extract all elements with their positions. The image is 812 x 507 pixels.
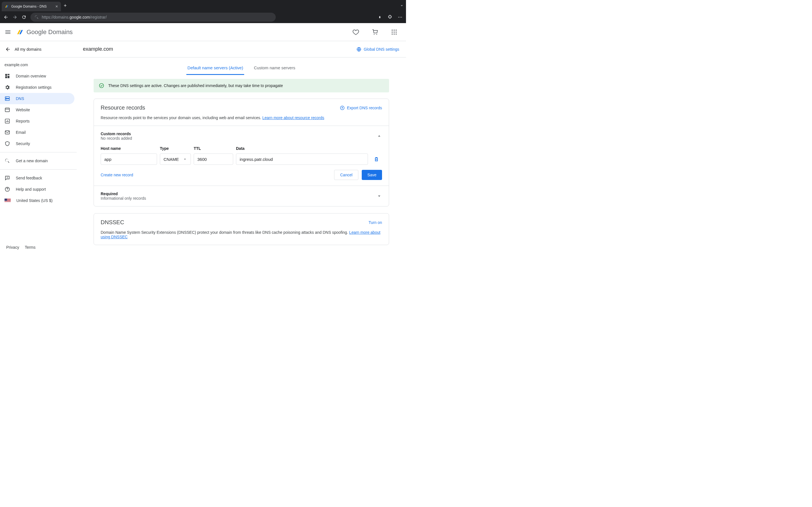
app-header: Google Domains xyxy=(0,23,406,41)
sidebar-get-new-domain[interactable]: Get a new domain xyxy=(0,155,74,166)
sidebar-item-dns[interactable]: DNS xyxy=(0,93,74,104)
tab-default-ns[interactable]: Default name servers (Active) xyxy=(186,63,245,75)
feedback-icon xyxy=(4,175,10,181)
browser-tab[interactable]: Google Domains - DNS ✕ xyxy=(2,2,61,11)
search-icon xyxy=(35,15,39,19)
sidebar-item-security[interactable]: Security xyxy=(0,138,74,149)
col-ttl: TTL xyxy=(194,146,233,151)
resource-records-desc: Resource records point to the services y… xyxy=(101,115,382,120)
sidebar-item-label: Get a new domain xyxy=(16,159,48,163)
gear-icon xyxy=(4,84,10,90)
kebab-icon[interactable] xyxy=(398,15,403,20)
sidebar-item-label: United States (US $) xyxy=(16,198,52,203)
heart-icon[interactable] xyxy=(352,29,359,36)
sidebar-item-label: Security xyxy=(16,142,30,146)
footer-privacy[interactable]: Privacy xyxy=(6,245,19,249)
sidebar-feedback[interactable]: Send feedback xyxy=(0,172,74,184)
global-dns-settings-link[interactable]: Global DNS settings xyxy=(356,47,406,52)
sidebar-item-email[interactable]: Email xyxy=(0,127,74,138)
export-dns-button[interactable]: Export DNS records xyxy=(340,105,382,110)
product-name: Google Domains xyxy=(27,29,73,36)
sidebar-item-label: Email xyxy=(16,130,26,135)
tab-strip: Google Domains - DNS ✕ + xyxy=(0,0,406,11)
sidebar-item-registration[interactable]: Registration settings xyxy=(0,82,74,93)
omnibox[interactable]: https://domains.google.com/registrar/ xyxy=(31,13,276,22)
dnssec-card: DNSSEC Turn on Domain Name System Securi… xyxy=(94,213,389,245)
sidebar-item-website[interactable]: Website xyxy=(0,104,74,115)
sub-header: All my domains example.com Global DNS se… xyxy=(0,41,406,57)
create-record-button[interactable]: Create new record xyxy=(101,173,133,177)
back-icon[interactable] xyxy=(3,15,8,20)
product-logo[interactable]: Google Domains xyxy=(16,28,73,36)
host-input[interactable] xyxy=(101,154,157,165)
sidebar-item-reports[interactable]: Reports xyxy=(0,115,74,127)
sidebar-region[interactable]: United States (US $) xyxy=(0,195,74,206)
dnssec-turn-on-button[interactable]: Turn on xyxy=(368,220,382,225)
svg-rect-16 xyxy=(5,99,10,101)
record-editor: Host name Type TTL Data CNAME xyxy=(101,146,382,180)
download-icon xyxy=(340,105,345,110)
footer-terms[interactable]: Terms xyxy=(25,245,36,249)
check-circle-icon xyxy=(99,83,104,89)
svg-point-13 xyxy=(396,34,397,35)
extensions-icon[interactable] xyxy=(388,15,393,20)
browser-chrome: Google Domains - DNS ✕ + https://domains… xyxy=(0,0,406,23)
dnssec-desc: Domain Name System Security Extensions (… xyxy=(101,230,382,239)
cancel-button[interactable]: Cancel xyxy=(334,170,358,180)
custom-records-header[interactable]: Custom records No records added xyxy=(101,131,382,140)
forward-icon[interactable] xyxy=(12,15,17,20)
learn-resource-records-link[interactable]: Learn more about resource records xyxy=(262,115,324,120)
svg-point-10 xyxy=(396,32,397,33)
ttl-input[interactable] xyxy=(194,154,233,165)
data-input[interactable] xyxy=(236,154,368,165)
svg-point-6 xyxy=(394,30,395,31)
tab-custom-ns[interactable]: Custom name servers xyxy=(253,63,296,75)
main-content: Default name servers (Active) Custom nam… xyxy=(77,57,406,253)
svg-point-18 xyxy=(6,100,6,100)
search-icon xyxy=(4,158,10,164)
dns-icon xyxy=(4,96,10,101)
export-dns-label: Export DNS records xyxy=(347,106,382,110)
svg-point-7 xyxy=(396,30,397,31)
dnssec-title: DNSSEC xyxy=(101,219,124,226)
required-records-header[interactable]: Required Informational only records xyxy=(101,191,382,201)
back-to-domains[interactable]: All my domains xyxy=(0,47,79,52)
chevron-down-icon xyxy=(183,157,187,161)
svg-point-5 xyxy=(392,30,393,31)
type-select[interactable]: CNAME xyxy=(160,154,191,165)
dashboard-icon xyxy=(4,73,10,79)
svg-point-8 xyxy=(392,32,393,33)
svg-rect-19 xyxy=(5,108,10,112)
save-button[interactable]: Save xyxy=(362,170,382,180)
new-tab-button[interactable]: + xyxy=(64,3,67,9)
sidebar-item-overview[interactable]: Domain overview xyxy=(0,70,74,82)
current-domain: example.com xyxy=(83,46,113,52)
tab-favicon xyxy=(4,4,9,9)
svg-rect-15 xyxy=(5,97,10,98)
trash-icon[interactable] xyxy=(373,156,379,162)
sidebar-item-label: Website xyxy=(16,108,30,112)
custom-records-empty: No records added xyxy=(101,136,132,140)
nameserver-tabs: Default name servers (Active) Custom nam… xyxy=(77,63,406,75)
sidebar-domain: example.com xyxy=(0,61,77,70)
svg-point-12 xyxy=(394,34,395,35)
sidebar-item-label: DNS xyxy=(16,96,24,101)
globe-icon xyxy=(356,47,361,52)
apps-grid-icon[interactable] xyxy=(391,29,398,36)
svg-point-0 xyxy=(398,17,399,17)
hamburger-icon[interactable] xyxy=(4,29,11,36)
close-icon[interactable]: ✕ xyxy=(55,4,58,8)
reload-icon[interactable] xyxy=(21,15,27,20)
extensions-overflow-icon[interactable] xyxy=(377,15,382,20)
record-row: CNAME xyxy=(101,154,382,165)
sidebar-item-label: Send feedback xyxy=(16,176,42,180)
chevron-down-icon[interactable] xyxy=(399,3,404,8)
active-banner: These DNS settings are active. Changes a… xyxy=(94,79,389,93)
svg-point-11 xyxy=(392,34,393,35)
svg-point-2 xyxy=(401,17,402,17)
cart-icon[interactable] xyxy=(371,29,378,36)
sidebar-help[interactable]: Help and support xyxy=(0,184,74,195)
col-host: Host name xyxy=(101,146,157,151)
sidebar: example.com Domain overview Registration… xyxy=(0,57,77,253)
domains-mark-icon xyxy=(16,28,24,36)
